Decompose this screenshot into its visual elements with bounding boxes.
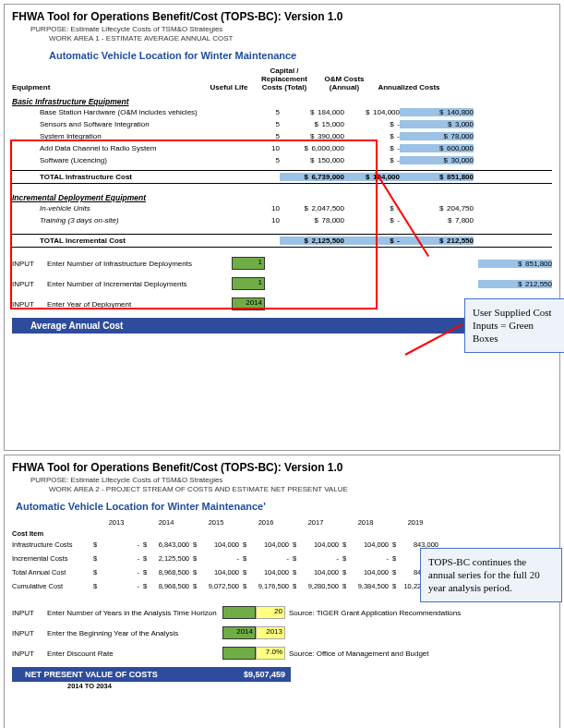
input2-row-1: INPUT Enter the Beginning Year of the An… [12,625,552,641]
basic-row-1: Sensors and Software Integration 5 $15,0… [12,118,552,130]
hdr-usefullife: Useful Life [206,83,252,91]
total-infra-cap: 6,739,000 [311,173,344,181]
total-infra-om: 104,000 [373,173,400,181]
callout-user-inputs: User Supplied Cost Inputs = Green Boxes [464,298,564,353]
input2-yellowbox-0: 20 [256,606,285,619]
year-2013: 2013 [91,517,141,528]
callout-series: TOPS-BC continues the annual series for … [420,548,562,602]
incr-row-0: In-vehicle Units 10 $2,047,500 $- $204,7… [12,202,552,214]
input2-yellowbox-1: 2013 [256,626,285,639]
year-2015: 2015 [191,517,241,528]
input2-greenbox-1[interactable]: 2014 [222,626,256,639]
section-incr: Incremental Deployment Equipment [12,193,552,202]
input1-row-0: INPUT Enter Number of Infrastructure Dep… [12,255,552,272]
input1-row-1: INPUT Enter Number of Incremental Deploy… [12,275,552,292]
panel-workarea1: FHWA Tool for Operations Benefit/Cost (T… [4,4,560,451]
input1-greenbox-1[interactable]: 1 [232,277,265,290]
section-basic: Basic Infrastructure Equipment [12,97,552,106]
hdr-capital: Capital / Replacement Costs (Total) [252,67,317,91]
purpose-1: PURPOSE: Estimate Lifecycle Costs of TSM… [30,25,552,33]
npv-value: $9,507,459 [211,670,285,679]
year-2016: 2016 [241,517,291,528]
total-incr-label: TOTAL Incremental Cost [12,237,234,245]
basic-row-4: Software (Licencing) 5 $150,000 $- $30,0… [12,154,552,166]
npv-bar: NET PRESENT VALUE OF COSTS $9,507,459 [12,667,291,682]
subtitle-2: Automatic Vehicle Location for Winter Ma… [16,501,552,512]
year-2018: 2018 [341,517,390,528]
input1-greenbox-2[interactable]: 2014 [232,297,265,310]
npv-label: NET PRESENT VALUE OF COSTS [18,670,211,679]
column-headers-1: Equipment Useful Life Capital / Replacem… [12,67,552,91]
purpose-2: PURPOSE: Estimate Lifecycle Costs of TSM… [30,476,552,484]
total-incr-cap: 2,125,500 [311,237,344,245]
npv-years: 2014 TO 2034 [67,682,552,690]
input2-yellowbox-2: 7.0% [256,647,285,660]
total-incr-row: TOTAL Incremental Cost $2,125,500 $- $21… [12,234,552,248]
title-2: FHWA Tool for Operations Benefit/Cost (T… [12,461,552,474]
hdr-equipment: Equipment [12,83,206,91]
total-infra-row: TOTAL Infrastructure Cost $6,739,000 $10… [12,170,552,184]
workarea-1: WORK AREA 1 - ESTIMATE AVERAGE ANNUAL CO… [49,34,552,42]
basic-row-0: Base Station Hardware (O&M includes vehi… [12,106,552,118]
avg-annual-label: Average Annual Cost [18,321,463,331]
subtitle-1: Automatic Vehicle Location for Winter Ma… [49,50,552,61]
year-2017: 2017 [291,517,341,528]
year-2014: 2014 [141,517,191,528]
input1-greenbox-0[interactable]: 1 [232,257,265,270]
basic-row-3: Add Data Channel to Radio System 10 $6,0… [12,142,552,154]
input2-row-2: INPUT Enter Discount Rate 7.0% Source: O… [12,645,552,661]
title-1: FHWA Tool for Operations Benefit/Cost (T… [12,10,552,23]
section-costitem: Cost Item [12,529,552,538]
hdr-annual: Annualized Costs [372,83,446,91]
panel-workarea2: FHWA Tool for Operations Benefit/Cost (T… [4,455,560,728]
total-infra-ann: 851,800 [447,173,474,181]
year-2019: 2019 [390,517,440,528]
workarea-2: WORK AREA 2 - PROJECT STREAM OF COSTS AN… [49,485,552,493]
input2-row-0: INPUT Enter Number of Years in the Analy… [12,604,552,621]
hdr-om: O&M Costs (Annual) [317,75,372,91]
input2-greenbox-2[interactable] [222,647,256,660]
total-incr-ann: 212,550 [447,237,474,245]
years-header: 2013201420152016201720182019 [12,516,552,529]
input2-greenbox-0[interactable] [222,606,256,619]
incr-row-1: Training (3 days on-site) 10 $78,000 $- … [12,214,552,226]
total-infra-label: TOTAL Infrastructure Cost [12,173,234,181]
basic-row-2: System Integration 5 $390,000 $- $78,000 [12,130,552,142]
